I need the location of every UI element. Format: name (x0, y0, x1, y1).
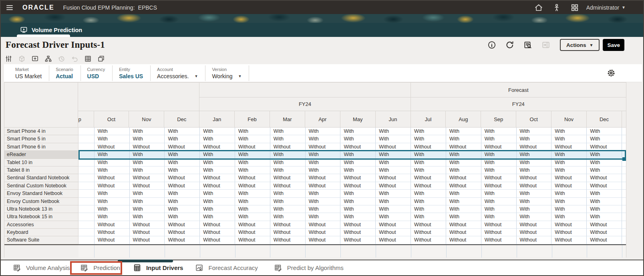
grid-cell[interactable]: Without (411, 182, 446, 190)
grid-cell[interactable]: With (165, 128, 200, 135)
grid-cell[interactable]: With (200, 166, 235, 174)
grid-cell[interactable]: Without (270, 229, 306, 236)
grid-cell[interactable]: With (95, 135, 130, 143)
grid-cell[interactable]: With (587, 198, 622, 205)
month-header[interactable]: Oct (516, 111, 551, 128)
grid-cell[interactable]: With (551, 213, 587, 221)
grid-cell[interactable]: Without (165, 236, 200, 244)
grid-cell[interactable]: Without (551, 143, 587, 151)
grid-cell[interactable]: Without (200, 143, 235, 151)
grid-cell[interactable]: Without (95, 174, 130, 182)
grid-cell[interactable]: With (587, 151, 622, 158)
grid-cell[interactable]: With (95, 151, 130, 158)
grid-cell[interactable]: Without (130, 236, 165, 244)
grid-cell-partial[interactable] (622, 174, 626, 182)
grid-cell[interactable]: With (95, 198, 130, 205)
info-icon[interactable] (487, 41, 496, 49)
grid-cell[interactable]: Without (376, 182, 411, 190)
grid-cell[interactable]: Without (376, 229, 411, 236)
grid-cell-partial[interactable] (78, 229, 95, 236)
grid-cell[interactable]: With (130, 166, 165, 174)
month-header[interactable]: Oct (94, 111, 129, 128)
grid-cell[interactable]: With (340, 213, 376, 221)
grid-cell[interactable]: Without (270, 221, 306, 229)
grid-cell[interactable]: With (517, 166, 552, 174)
grid-cell[interactable]: With (551, 205, 587, 213)
grid-cell-partial[interactable] (622, 166, 626, 174)
grid-cell[interactable]: With (411, 213, 446, 221)
year-header[interactable]: FY24 (411, 97, 626, 111)
tab-volume-prediction[interactable]: Volume Prediction (20, 26, 82, 34)
grid-cell-partial[interactable] (622, 213, 626, 221)
grid-cell[interactable]: Without (481, 236, 517, 244)
month-header[interactable]: Sep (481, 111, 516, 128)
grid-cell[interactable]: With (411, 135, 446, 143)
row-header[interactable]: Ultra Notebook 15 in (4, 213, 78, 221)
grid-cell[interactable]: Without (376, 221, 411, 229)
grid-cell[interactable]: With (376, 135, 411, 143)
tab-volume-analysis[interactable]: Volume Analysis (13, 264, 70, 272)
grid-cell[interactable]: With (446, 205, 481, 213)
grid-cell[interactable]: With (411, 159, 446, 166)
grid-cell[interactable]: With (376, 213, 411, 221)
grid-cell[interactable]: With (306, 198, 341, 205)
month-header[interactable]: Dec (587, 111, 622, 128)
grid-cell[interactable]: Without (165, 221, 200, 229)
grid-cell[interactable]: With (376, 159, 411, 166)
grid-cell-partial[interactable] (78, 198, 95, 205)
grid-cell[interactable]: With (165, 198, 200, 205)
grid-cell[interactable]: With (446, 128, 481, 135)
row-header[interactable]: Smart Phone 4 in (4, 128, 78, 135)
grid-cell[interactable]: With (235, 151, 270, 158)
grid-cell[interactable]: With (130, 128, 165, 135)
month-header[interactable]: Jul (411, 111, 446, 128)
grid-cell[interactable]: Without (587, 174, 622, 182)
grid-cell[interactable]: Without (165, 229, 200, 236)
grid-cell[interactable]: With (95, 190, 130, 197)
grid-cell[interactable]: With (551, 151, 587, 158)
scenario-header-empty[interactable] (78, 83, 200, 97)
row-header[interactable]: Sentinal Custom Notebook (4, 182, 78, 190)
grid-cell[interactable]: With (587, 190, 622, 197)
grid-cell[interactable]: With (517, 151, 552, 158)
grid-cell-partial[interactable] (78, 213, 95, 221)
grid-cell[interactable]: With (446, 198, 481, 205)
grid-cell[interactable]: With (446, 190, 481, 197)
grid-cell[interactable]: Without (551, 182, 587, 190)
grid-cell[interactable]: Without (340, 229, 376, 236)
refresh-icon[interactable] (505, 41, 514, 49)
grid-cell-partial[interactable] (622, 221, 626, 229)
grid-cell[interactable]: Without (306, 174, 341, 182)
tab-forecast-accuracy[interactable]: Forecast Accuracy (195, 264, 258, 272)
month-header[interactable]: Aug (446, 111, 481, 128)
grid-cell[interactable]: Without (340, 236, 376, 244)
grid-cell[interactable]: Without (340, 143, 376, 151)
row-header[interactable]: Accessories (4, 221, 78, 229)
home-icon[interactable] (534, 3, 543, 12)
grid-cell[interactable]: With (165, 213, 200, 221)
grid-cell[interactable]: Without (235, 236, 270, 244)
pov-member-value[interactable]: Working (212, 73, 232, 79)
grid-cell[interactable]: With (340, 135, 376, 143)
grid-cell[interactable]: Without (340, 174, 376, 182)
grid-cell[interactable]: With (235, 205, 270, 213)
grid-cell[interactable]: With (95, 205, 130, 213)
grid-cell[interactable]: With (270, 190, 306, 197)
grid-cell[interactable]: Without (481, 229, 517, 236)
row-header[interactable]: Envoy Custom Netbook (4, 198, 78, 205)
year-header[interactable]: FY24 (199, 97, 411, 111)
grid-cell[interactable]: With (165, 159, 200, 166)
month-header[interactable]: Dec (164, 111, 199, 128)
grid-cell[interactable]: With (270, 213, 306, 221)
grid-cell[interactable]: With (235, 135, 270, 143)
grid-cell[interactable]: With (587, 159, 622, 166)
grid-cell[interactable]: With (481, 198, 517, 205)
grid-cell[interactable]: With (200, 151, 235, 158)
grid-cell[interactable]: With (270, 205, 306, 213)
grid-cell[interactable]: With (376, 205, 411, 213)
row-header[interactable]: Keyboard (4, 229, 78, 236)
grid-cell-partial[interactable] (78, 182, 95, 190)
tab-predict-by-algorithms[interactable]: Predict by Algorithms (274, 264, 344, 272)
grid-cell-partial[interactable] (78, 190, 95, 197)
grid-cell[interactable]: With (481, 135, 517, 143)
